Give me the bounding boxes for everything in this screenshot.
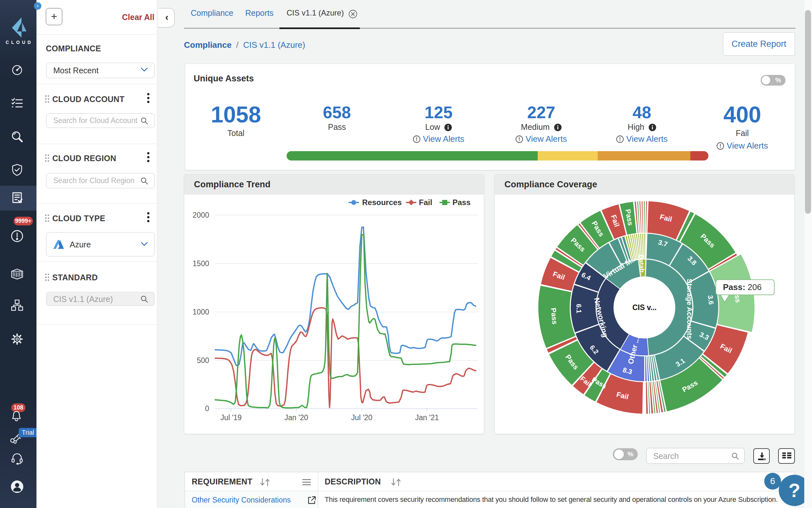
- svg-text:1500: 1500: [193, 259, 209, 268]
- svg-text:Jan '21: Jan '21: [415, 413, 439, 422]
- svg-text:6.1: 6.1: [575, 304, 583, 313]
- svg-text:Pass: Pass: [452, 198, 471, 207]
- svg-text:Pass: Pass: [549, 307, 559, 325]
- svg-text:Jul '19: Jul '19: [221, 413, 242, 422]
- svg-text:Fail: Fail: [419, 198, 432, 207]
- svg-text:CIS v...: CIS v...: [632, 303, 657, 312]
- svg-text:Storage Accounts: Storage Accounts: [685, 279, 694, 339]
- svg-text:Pass: 206: Pass: 206: [723, 282, 762, 292]
- svg-text:Jul '20: Jul '20: [351, 413, 373, 422]
- svg-text:0: 0: [205, 404, 209, 413]
- svg-text:Resources: Resources: [362, 198, 402, 207]
- svg-text:2000: 2000: [193, 211, 209, 219]
- svg-text:3.6: 3.6: [707, 295, 715, 305]
- svg-text:500: 500: [197, 356, 209, 365]
- svg-text:Jan '20: Jan '20: [284, 413, 308, 422]
- svg-text:1000: 1000: [193, 308, 209, 316]
